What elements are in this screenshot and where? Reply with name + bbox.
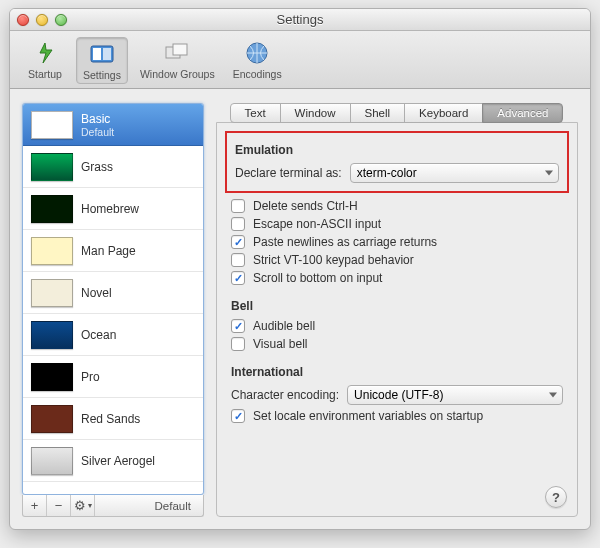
bell-opt-checkbox[interactable] <box>231 319 245 333</box>
tab-text[interactable]: Text <box>230 103 281 123</box>
svg-rect-4 <box>173 44 187 55</box>
toolbar-settings[interactable]: Settings <box>76 37 128 84</box>
profile-thumb <box>31 447 73 475</box>
profile-item[interactable]: Pro <box>23 356 203 398</box>
emulation-opt-checkbox[interactable] <box>231 199 245 213</box>
declare-terminal-select[interactable]: xterm-color <box>350 163 559 183</box>
emulation-opt-checkbox[interactable] <box>231 271 245 285</box>
profile-name: Grass <box>81 160 113 174</box>
toolbar: StartupSettingsWindow GroupsEncodings <box>10 31 590 89</box>
emulation-opt-row: Paste newlines as carriage returns <box>231 235 563 249</box>
declare-terminal-row: Declare terminal as: xterm-color <box>235 163 559 183</box>
profile-name: Basic <box>81 112 114 126</box>
settings-icon <box>86 41 118 67</box>
emulation-opt-label: Delete sends Ctrl-H <box>253 199 358 213</box>
tab-window[interactable]: Window <box>280 103 351 123</box>
emulation-opt-label: Strict VT-100 keypad behavior <box>253 253 414 267</box>
profile-item[interactable]: BasicDefault <box>23 104 203 146</box>
profile-thumb <box>31 195 73 223</box>
bell-opt-checkbox[interactable] <box>231 337 245 351</box>
profile-item[interactable]: Homebrew <box>23 188 203 230</box>
toolbar-label: Startup <box>28 68 62 80</box>
declare-terminal-label: Declare terminal as: <box>235 166 342 180</box>
window-title: Settings <box>10 12 590 27</box>
encoding-row: Character encoding: Unicode (UTF-8) <box>231 385 563 405</box>
bell-opt-row: Visual bell <box>231 337 563 351</box>
startup-icon <box>29 40 61 66</box>
sidebar-footer: + − ⚙︎▾ Default <box>22 495 204 517</box>
toolbar-window-groups[interactable]: Window Groups <box>134 37 221 84</box>
bell-opt-row: Audible bell <box>231 319 563 333</box>
profile-name: Ocean <box>81 328 116 342</box>
profile-name: Red Sands <box>81 412 140 426</box>
panel-body: Emulation Declare terminal as: xterm-col… <box>216 122 578 517</box>
emulation-highlight: Emulation Declare terminal as: xterm-col… <box>225 131 569 193</box>
window-groups-icon <box>161 40 193 66</box>
emulation-opt-checkbox[interactable] <box>231 235 245 249</box>
section-international: International <box>231 365 563 379</box>
profile-item[interactable]: Grass <box>23 146 203 188</box>
remove-button[interactable]: − <box>47 495 71 516</box>
profile-thumb <box>31 321 73 349</box>
profile-name: Homebrew <box>81 202 139 216</box>
profile-thumb <box>31 279 73 307</box>
encodings-icon <box>241 40 273 66</box>
profile-thumb <box>31 153 73 181</box>
emulation-opt-row: Strict VT-100 keypad behavior <box>231 253 563 267</box>
profile-thumb <box>31 405 73 433</box>
toolbar-encodings[interactable]: Encodings <box>227 37 288 84</box>
profile-list[interactable]: BasicDefaultGrassHomebrewMan PageNovelOc… <box>22 103 204 495</box>
toolbar-label: Window Groups <box>140 68 215 80</box>
bell-opt-label: Audible bell <box>253 319 315 333</box>
emulation-opt-checkbox[interactable] <box>231 253 245 267</box>
profile-name: Novel <box>81 286 112 300</box>
section-bell: Bell <box>231 299 563 313</box>
profile-name: Man Page <box>81 244 136 258</box>
profile-name: Pro <box>81 370 100 384</box>
section-emulation: Emulation <box>235 143 559 157</box>
settings-panel: TextWindowShellKeyboardAdvanced Emulatio… <box>216 103 578 517</box>
content: BasicDefaultGrassHomebrewMan PageNovelOc… <box>10 89 590 529</box>
profile-item[interactable]: Silver Aerogel <box>23 440 203 482</box>
gear-icon: ⚙︎ <box>74 498 86 513</box>
emulation-opt-label: Paste newlines as carriage returns <box>253 235 437 249</box>
intl-opt-checkbox[interactable] <box>231 409 245 423</box>
tab-shell[interactable]: Shell <box>350 103 406 123</box>
profile-item[interactable]: Ocean <box>23 314 203 356</box>
tabs: TextWindowShellKeyboardAdvanced <box>216 103 578 123</box>
intl-opt-label: Set locale environment variables on star… <box>253 409 483 423</box>
profile-item[interactable]: Novel <box>23 272 203 314</box>
settings-window: Settings StartupSettingsWindow GroupsEnc… <box>9 8 591 530</box>
profile-name: Silver Aerogel <box>81 454 155 468</box>
emulation-opt-checkbox[interactable] <box>231 217 245 231</box>
emulation-opt-row: Scroll to bottom on input <box>231 271 563 285</box>
svg-rect-2 <box>103 48 111 60</box>
action-menu-button[interactable]: ⚙︎▾ <box>71 495 95 516</box>
encoding-select[interactable]: Unicode (UTF-8) <box>347 385 563 405</box>
emulation-opt-row: Escape non-ASCII input <box>231 217 563 231</box>
profile-item[interactable]: Man Page <box>23 230 203 272</box>
help-button[interactable]: ? <box>545 486 567 508</box>
toolbar-startup[interactable]: Startup <box>20 37 70 84</box>
sidebar-wrap: BasicDefaultGrassHomebrewMan PageNovelOc… <box>22 103 204 517</box>
profile-thumb <box>31 237 73 265</box>
chevron-down-icon: ▾ <box>88 501 92 510</box>
bell-opt-label: Visual bell <box>253 337 307 351</box>
toolbar-label: Encodings <box>233 68 282 80</box>
emulation-opt-label: Escape non-ASCII input <box>253 217 381 231</box>
intl-opt-row: Set locale environment variables on star… <box>231 409 563 423</box>
toolbar-label: Settings <box>83 69 121 81</box>
default-button[interactable]: Default <box>143 495 203 516</box>
profile-thumb <box>31 363 73 391</box>
svg-rect-1 <box>93 48 101 60</box>
tab-keyboard[interactable]: Keyboard <box>404 103 483 123</box>
emulation-opt-row: Delete sends Ctrl-H <box>231 199 563 213</box>
add-button[interactable]: + <box>23 495 47 516</box>
encoding-label: Character encoding: <box>231 388 339 402</box>
tab-advanced[interactable]: Advanced <box>482 103 563 123</box>
profile-item[interactable]: Red Sands <box>23 398 203 440</box>
emulation-opt-label: Scroll to bottom on input <box>253 271 382 285</box>
profile-thumb <box>31 111 73 139</box>
titlebar: Settings <box>10 9 590 31</box>
profile-sub: Default <box>81 126 114 138</box>
